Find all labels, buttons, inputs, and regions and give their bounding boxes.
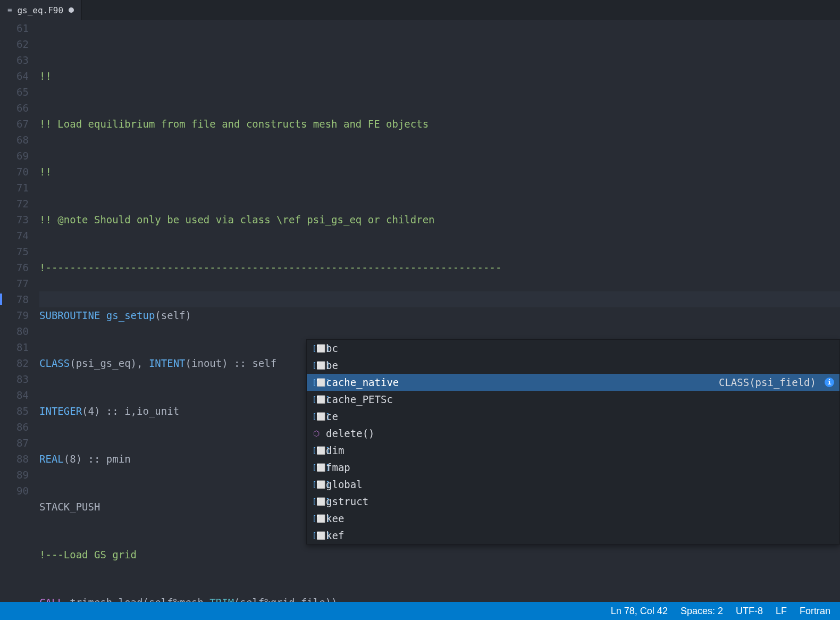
editor-tab[interactable]: ≡ gs_eq.F90 bbox=[0, 0, 82, 20]
code-text: gs_setup bbox=[100, 309, 155, 321]
autocomplete-item[interactable]: [⬜] gstruct bbox=[307, 493, 839, 510]
field-icon: [⬜] bbox=[312, 493, 321, 510]
status-spaces[interactable]: Spaces: 2 bbox=[681, 606, 723, 617]
autocomplete-item[interactable]: [⬜] kef bbox=[307, 527, 839, 544]
status-position[interactable]: Ln 78, Col 42 bbox=[611, 606, 668, 617]
code-text: CLASS bbox=[39, 357, 70, 369]
autocomplete-item[interactable]: [⬜] dim bbox=[307, 442, 839, 459]
tab-icon: ≡ bbox=[7, 6, 12, 14]
autocomplete-label: be bbox=[326, 357, 834, 374]
status-eol[interactable]: LF bbox=[776, 606, 787, 617]
tab-filename: gs_eq.F90 bbox=[17, 5, 63, 15]
code-text: (self) bbox=[155, 309, 191, 321]
code-text: !---Load GS grid bbox=[39, 549, 137, 560]
autocomplete-item[interactable]: [⬜] global bbox=[307, 476, 839, 493]
field-icon: [⬜] bbox=[312, 357, 321, 374]
line-number: 82 bbox=[0, 355, 29, 371]
autocomplete-label: ce bbox=[326, 408, 834, 425]
line-number: 84 bbox=[0, 387, 29, 403]
autocomplete-label: cache_native bbox=[326, 374, 713, 391]
autocomplete-label: cache_PETSc bbox=[326, 391, 834, 408]
field-icon: [⬜] bbox=[312, 408, 321, 425]
autocomplete-item-selected[interactable]: [⬜] cache_native CLASS(psi_field) i bbox=[307, 374, 839, 391]
current-line-highlight bbox=[39, 291, 840, 307]
line-number: 65 bbox=[0, 84, 29, 100]
line-number: 76 bbox=[0, 259, 29, 275]
line-number: 69 bbox=[0, 148, 29, 164]
autocomplete-label: dim bbox=[326, 442, 834, 459]
line-number: 81 bbox=[0, 339, 29, 355]
line-number: 86 bbox=[0, 419, 29, 435]
line-number: 72 bbox=[0, 196, 29, 212]
line-number: 64 bbox=[0, 68, 29, 84]
code-text: (8) :: pmin bbox=[64, 453, 131, 465]
field-icon: [⬜] bbox=[312, 459, 321, 476]
line-number: 67 bbox=[0, 116, 29, 132]
autocomplete-label: fmap bbox=[326, 459, 834, 476]
field-icon: [⬜] bbox=[312, 442, 321, 459]
autocomplete-item[interactable]: [⬜] fmap bbox=[307, 459, 839, 476]
autocomplete-detail: CLASS(psi_field) bbox=[719, 374, 816, 391]
code-text: INTENT bbox=[149, 357, 186, 369]
field-icon: [⬜] bbox=[312, 527, 321, 544]
status-encoding[interactable]: UTF-8 bbox=[736, 606, 763, 617]
line-number: 79 bbox=[0, 307, 29, 323]
field-icon: [⬜] bbox=[312, 510, 321, 527]
field-icon: [⬜] bbox=[312, 374, 321, 391]
code-text: !! bbox=[39, 70, 52, 82]
line-number: 73 bbox=[0, 212, 29, 228]
line-number: 61 bbox=[0, 20, 29, 36]
line-number: 85 bbox=[0, 403, 29, 419]
code-editor[interactable]: 61 62 63 64 65 66 67 68 69 70 71 72 73 7… bbox=[0, 20, 840, 602]
line-number-gutter: 61 62 63 64 65 66 67 68 69 70 71 72 73 7… bbox=[0, 20, 39, 602]
status-bar: Ln 78, Col 42 Spaces: 2 UTF-8 LF Fortran bbox=[0, 602, 840, 620]
autocomplete-item[interactable]: [⬜] bc bbox=[307, 340, 839, 357]
autocomplete-item[interactable]: [⬜] cache_PETSc bbox=[307, 391, 839, 408]
code-text: INTEGER bbox=[39, 405, 82, 417]
code-text: (4) :: i,io_unit bbox=[82, 405, 179, 417]
code-text: STACK_PUSH bbox=[39, 501, 100, 513]
method-icon: ⬡ bbox=[312, 425, 321, 442]
line-number: 77 bbox=[0, 275, 29, 291]
line-number: 70 bbox=[0, 164, 29, 180]
code-text: !---------------------------------------… bbox=[39, 262, 501, 273]
line-number: 62 bbox=[0, 36, 29, 52]
code-text: SUBROUTINE bbox=[39, 309, 100, 321]
autocomplete-label: delete() bbox=[326, 425, 834, 442]
autocomplete-label: kef bbox=[326, 527, 834, 544]
line-number: 63 bbox=[0, 52, 29, 68]
line-number: 78 bbox=[0, 291, 29, 307]
code-text: !! @note Should only be used via class \… bbox=[39, 214, 435, 225]
code-text: (psi_gs_eq), bbox=[70, 357, 149, 369]
dirty-indicator-icon bbox=[69, 7, 74, 13]
code-text: !! bbox=[39, 166, 52, 178]
line-number: 87 bbox=[0, 435, 29, 451]
line-number: 74 bbox=[0, 228, 29, 244]
line-number: 90 bbox=[0, 483, 29, 499]
tab-bar: ≡ gs_eq.F90 bbox=[0, 0, 840, 20]
autocomplete-label: kee bbox=[326, 510, 834, 527]
line-number: 75 bbox=[0, 244, 29, 259]
autocomplete-item[interactable]: [⬜] kee bbox=[307, 510, 839, 527]
autocomplete-label: global bbox=[326, 476, 834, 493]
field-icon: [⬜] bbox=[312, 340, 321, 357]
code-text: (inout) :: self bbox=[186, 357, 277, 369]
autocomplete-label: gstruct bbox=[326, 493, 834, 510]
line-number: 88 bbox=[0, 451, 29, 467]
line-number: 80 bbox=[0, 323, 29, 339]
autocomplete-item[interactable]: [⬜] ce bbox=[307, 408, 839, 425]
status-language[interactable]: Fortran bbox=[800, 606, 830, 617]
field-icon: [⬜] bbox=[312, 391, 321, 408]
line-number: 71 bbox=[0, 180, 29, 196]
info-icon[interactable]: i bbox=[825, 378, 834, 387]
code-text: !! Load equilibrium from file and constr… bbox=[39, 118, 429, 130]
line-number: 83 bbox=[0, 371, 29, 387]
line-number: 89 bbox=[0, 467, 29, 483]
autocomplete-item[interactable]: [⬜] be bbox=[307, 357, 839, 374]
autocomplete-popup[interactable]: [⬜] bc [⬜] be [⬜] cache_native CLASS(psi… bbox=[306, 339, 840, 544]
code-text: REAL bbox=[39, 453, 64, 465]
field-icon: [⬜] bbox=[312, 476, 321, 493]
autocomplete-item[interactable]: ⬡ delete() bbox=[307, 425, 839, 442]
autocomplete-label: bc bbox=[326, 340, 834, 357]
line-number: 66 bbox=[0, 100, 29, 116]
